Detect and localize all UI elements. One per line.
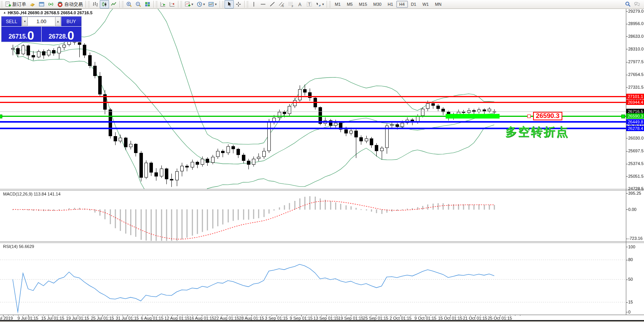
zoom-in-button[interactable] <box>124 0 134 8</box>
line-price-label: 26449.8 <box>626 119 644 125</box>
rsi-scale-label: 15 <box>628 300 633 304</box>
timeframe-button-h1[interactable]: H1 <box>385 1 396 8</box>
timeframe-button-m1[interactable]: M1 <box>332 1 344 8</box>
annotation-price-box[interactable]: 26590.3 <box>533 112 562 120</box>
time-axis-label: 9 Oct 01:15 <box>414 316 436 320</box>
timeframe-button-h4[interactable]: H4 <box>396 1 408 8</box>
time-axis-label: 25 Oct 01:15 <box>488 316 512 320</box>
crosshair-button[interactable] <box>234 0 243 8</box>
channel-icon: E <box>278 1 285 7</box>
new-order-button[interactable]: 新订单 <box>3 0 28 8</box>
cursor-button[interactable] <box>225 0 234 8</box>
new-order-button-label: 新订单 <box>12 1 26 8</box>
fibo-icon: F <box>288 1 294 7</box>
time-axis-label: 19 Jul 01:15 <box>66 316 89 320</box>
chevron-down-icon[interactable]: ▾ <box>215 2 217 6</box>
trendline-icon <box>269 1 275 7</box>
trading-terminal-window: 新订单自动交易▾▾▾EFAT▾M1M5M15M30H1H4D1W1MN ▲HK5… <box>0 0 644 322</box>
volume-decrease-button[interactable]: ▼ <box>22 17 28 26</box>
indicators-button[interactable]: ▾ <box>183 0 195 8</box>
time-axis-line <box>0 315 644 315</box>
toolbar-grip[interactable] <box>122 1 124 7</box>
toolbar-divider <box>178 1 178 8</box>
zoom-out-button[interactable] <box>134 0 143 8</box>
search-icon[interactable] <box>623 0 632 8</box>
timeframe-button-m30[interactable]: M30 <box>370 1 384 8</box>
collapse-arrow-icon[interactable]: ▲ <box>3 11 6 14</box>
sell-button[interactable]: SELL <box>2 17 22 26</box>
auto-scroll-button[interactable] <box>158 0 168 8</box>
periods-clock-button[interactable]: ▾ <box>195 0 207 8</box>
green-line-end-marker[interactable] <box>621 115 625 118</box>
vertical-line-button[interactable] <box>249 0 258 8</box>
annotation-anchor-square[interactable] <box>527 115 531 118</box>
text-label-button[interactable]: T <box>305 0 314 8</box>
chevron-down-icon[interactable]: ▾ <box>203 2 205 6</box>
price-tick-label: 28633.0 <box>628 34 644 39</box>
buy-price-big-digit: 0 <box>67 30 74 40</box>
toolbar-grip[interactable] <box>222 1 224 7</box>
candlestick-chart-button[interactable] <box>100 0 109 8</box>
time-axis-label: 3 Sep 01:15 <box>265 316 288 320</box>
clock-icon <box>196 1 203 7</box>
toolbar-grip[interactable] <box>180 1 182 7</box>
time-axis-label: 25 Sep 01:15 <box>363 316 388 320</box>
toolbar-divider <box>327 1 327 8</box>
green-line-start-marker[interactable] <box>0 115 2 118</box>
time-axis-label: 6 Aug 01:15 <box>141 316 164 320</box>
chevron-down-icon[interactable]: ▾ <box>191 2 193 6</box>
chart-shift-button[interactable] <box>168 0 177 8</box>
bar-chart-button[interactable] <box>91 0 100 8</box>
timeframe-button-m5[interactable]: M5 <box>344 1 356 8</box>
labelT-icon: T <box>306 1 312 7</box>
chat-icon[interactable] <box>632 0 642 8</box>
chart-canvas[interactable] <box>0 0 644 322</box>
rsi-scale-label: 80 <box>628 257 633 262</box>
signal-icon[interactable] <box>46 0 55 8</box>
tile-windows-button[interactable] <box>143 0 152 8</box>
macd-panel-separator[interactable] <box>0 189 644 191</box>
new-order-icon <box>5 1 11 7</box>
buy-button[interactable]: BUY <box>61 17 81 26</box>
timeframe-button-d1[interactable]: D1 <box>408 1 419 8</box>
trendline-button[interactable] <box>268 0 277 8</box>
zoomout-icon <box>135 1 141 7</box>
timeframe-button-m15[interactable]: M15 <box>356 1 370 8</box>
market-window-icon[interactable] <box>37 0 46 8</box>
text-button[interactable]: A <box>295 0 305 8</box>
macd-scale-label: 0.00 <box>628 207 636 212</box>
timeframe-button-w1[interactable]: W1 <box>419 1 432 8</box>
sell-price-panel[interactable]: 26715.0 <box>2 27 41 42</box>
macd-scale-label: 395.25 <box>628 191 641 196</box>
volume-increase-button[interactable]: ▲ <box>55 17 61 26</box>
toolbar-grip[interactable] <box>156 1 158 7</box>
line-chart-button[interactable] <box>109 0 118 8</box>
line-price-label: 26278.4 <box>626 126 644 131</box>
volume-input[interactable] <box>28 17 55 26</box>
rsi-scale-label: 0 <box>628 310 631 314</box>
toolbar-right-icons <box>623 0 644 8</box>
toolbar: 新订单自动交易▾▾▾EFAT▾M1M5M15M30H1H4D1W1MN <box>0 0 644 9</box>
toolbar-divider <box>244 1 245 8</box>
rsi-panel-separator[interactable] <box>0 241 644 243</box>
price-tick-label: 25697.5 <box>628 148 644 153</box>
chevron-down-icon[interactable]: ▾ <box>322 2 324 6</box>
toolbar-grip[interactable] <box>1 1 3 7</box>
channel-button[interactable]: E <box>277 0 286 8</box>
timeframe-button-mn[interactable]: MN <box>432 1 444 8</box>
autotrade-button[interactable]: 自动交易 <box>55 0 84 8</box>
templates-button[interactable]: ▾ <box>206 0 218 8</box>
arrows-button[interactable]: ▾ <box>314 0 326 8</box>
toolbar-divider <box>86 1 86 8</box>
horizontal-line-button[interactable] <box>258 0 268 8</box>
toolbar-grip[interactable] <box>247 1 248 7</box>
deposit-gold-icon[interactable] <box>28 0 37 8</box>
price-tick-label: 25374.5 <box>628 161 644 166</box>
indicators-icon <box>184 1 191 7</box>
toolbar-grip[interactable] <box>329 1 331 7</box>
price-tick-label: 27654.5 <box>628 72 644 77</box>
line-icon <box>111 1 117 7</box>
buy-price-panel[interactable]: 26728.0 <box>42 27 81 42</box>
fibonacci-button[interactable]: F <box>286 0 295 8</box>
toolbar-grip[interactable] <box>88 1 90 7</box>
